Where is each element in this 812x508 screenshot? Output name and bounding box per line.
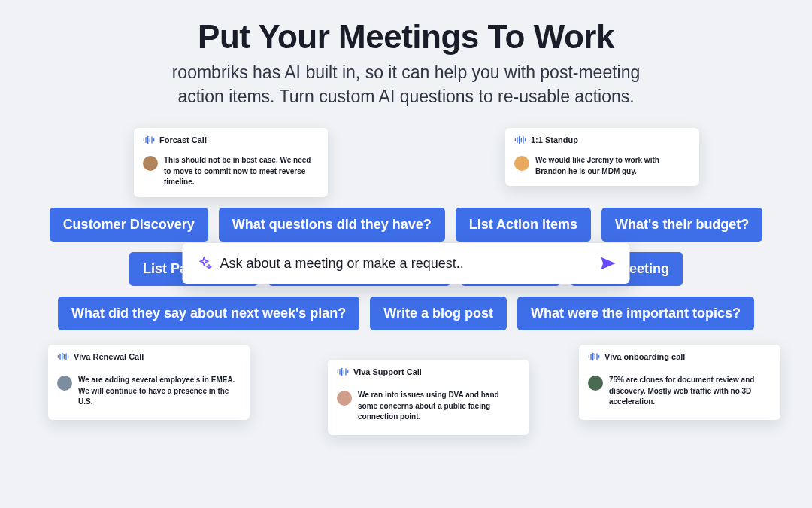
audio-wave-icon (588, 352, 600, 361)
card-head: Viva Support Call (337, 367, 520, 376)
card-body: We ran into issues using DVA and hand so… (337, 390, 520, 426)
chip-row-3: What did they say about next week's plan… (58, 297, 754, 330)
card-text: 75% are clones for document review and d… (609, 375, 771, 408)
avatar (57, 376, 72, 391)
meeting-card-renewal[interactable]: Viva Renewal Call We are adding several … (48, 345, 250, 420)
card-head: 1:1 Standup (514, 135, 690, 144)
meeting-card-support[interactable]: Viva Support Call We ran into issues usi… (328, 360, 529, 435)
hero-header: Put Your Meetings To Work roombriks has … (0, 0, 812, 108)
chip-next-week-plan[interactable]: What did they say about next week's plan… (58, 297, 359, 330)
ask-bar[interactable] (183, 243, 630, 284)
chip-row-1: Customer Discovery What questions did th… (50, 208, 763, 242)
card-head: Viva Renewal Call (57, 352, 241, 361)
card-text: This should not be in best case. We need… (164, 155, 319, 188)
card-head: Viva onboarding call (588, 352, 771, 361)
meeting-card-forecast[interactable]: Forcast Call This should not be in best … (134, 128, 328, 197)
card-head: Forcast Call (143, 135, 319, 144)
avatar (337, 391, 352, 406)
chip-important-topics[interactable]: What were the important topics? (517, 297, 754, 330)
meeting-card-standup[interactable]: 1:1 Standup We would like Jeremy to work… (505, 128, 699, 186)
send-icon[interactable] (600, 255, 617, 272)
card-text: We are adding several employee's in EMEA… (78, 375, 241, 408)
sparkle-icon (196, 255, 213, 272)
card-title: 1:1 Standup (531, 135, 578, 144)
subtitle-line-1: roombriks has AI built in, so it can hel… (172, 62, 641, 82)
card-title: Forcast Call (159, 135, 207, 144)
audio-wave-icon (514, 135, 526, 144)
card-text: We would like Jeremy to work with Brando… (535, 155, 690, 177)
avatar (514, 156, 529, 171)
card-body: We are adding several employee's in EMEA… (57, 375, 241, 411)
chip-budget[interactable]: What's their budget? (601, 208, 762, 242)
subtitle-line-2: action items. Turn custom AI questions t… (177, 87, 634, 106)
audio-wave-icon (57, 352, 69, 361)
avatar (588, 376, 603, 391)
chip-blog-post[interactable]: Write a blog post (370, 297, 507, 330)
meeting-card-onboarding[interactable]: Viva onboarding call 75% are clones for … (579, 345, 780, 420)
card-title: Viva Renewal Call (74, 352, 144, 361)
chip-customer-discovery[interactable]: Customer Discovery (50, 208, 208, 242)
card-text: We ran into issues using DVA and hand so… (358, 390, 520, 423)
page-title: Put Your Meetings To Work (0, 18, 812, 56)
card-title: Viva onboarding call (604, 352, 685, 361)
avatar (143, 156, 158, 171)
card-body: 75% are clones for document review and d… (588, 375, 771, 411)
page-subtitle: roombriks has AI built in, so it can hel… (0, 60, 812, 108)
card-title: Viva Support Call (353, 367, 422, 376)
card-body: We would like Jeremy to work with Brando… (514, 155, 690, 177)
chip-action-items[interactable]: List Action items (456, 208, 591, 242)
ask-input[interactable] (213, 256, 600, 272)
audio-wave-icon (143, 135, 155, 144)
stage: Customer Discovery What questions did th… (0, 117, 812, 494)
card-body: This should not be in best case. We need… (143, 155, 319, 188)
audio-wave-icon (337, 367, 349, 376)
chip-questions[interactable]: What questions did they have? (219, 208, 445, 242)
